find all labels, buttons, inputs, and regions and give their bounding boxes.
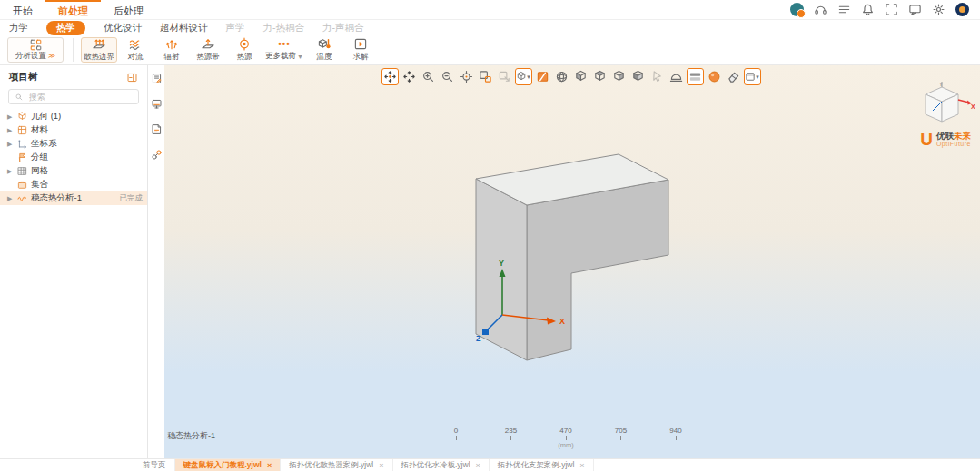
viewport-tool-button[interactable] [534,68,551,85]
zoom-in-icon [421,70,435,83]
ribbon-category[interactable]: 力学 [9,22,28,34]
user-avatar-icon[interactable] [790,3,804,16]
ribbon-tool-button[interactable]: 温度 [306,37,342,63]
search-input[interactable] [27,92,133,103]
view-front-icon [574,70,588,83]
expander-arrow-icon[interactable]: ▶ [7,127,14,134]
document-tab[interactable]: 前导页 [134,459,175,471]
app-avatar-icon[interactable] [955,3,969,16]
temperature-tool-icon [317,37,332,51]
expander-arrow-icon[interactable]: ▶ [7,141,14,148]
analysis-settings-label: 分析设置 [15,51,46,62]
search-icon [15,93,24,102]
orbit-icon [383,70,397,83]
expander-arrow-icon[interactable]: ▶ [7,113,14,121]
convection-icon [128,37,143,51]
tree-item[interactable]: ▶ 坐标系 [0,137,147,151]
tree-item[interactable]: ▶ 材料 [0,123,147,137]
ribbon-tool-button[interactable]: ••• 更多载荷▼ [262,37,306,63]
viewport-tool-button[interactable] [381,68,399,85]
ribbon-tool-button[interactable]: 散热边界 [81,37,117,63]
tree-item[interactable]: ▶ 分组 [0,151,147,164]
viewport-tool-button[interactable] [496,68,513,85]
viewport-tool-button[interactable] [553,68,570,85]
tree-item[interactable]: ▶ 稳态热分析-1 已完成 [0,191,147,205]
close-icon[interactable]: × [476,461,480,470]
heat-boundary-icon [92,37,106,51]
viewport-3d[interactable]: Y X Z [164,65,980,458]
viewport-tool-button[interactable] [439,68,456,85]
viewport-tool-button[interactable] [648,68,666,85]
viewport-tool-button[interactable] [591,68,609,85]
ribbon-category[interactable]: 力-热耦合 [263,22,305,34]
ribbon-tool-label: 热源带 [196,52,220,63]
expander-arrow-icon[interactable]: ▶ [7,195,14,202]
viewport-tool-button[interactable] [572,68,589,85]
display-panel-icon[interactable] [151,98,163,110]
titlebar-tab[interactable]: 前处理 [45,0,101,19]
ribbon-category[interactable]: 超材料设计 [160,22,208,34]
ribbon-tool-button[interactable]: 热源 [226,37,262,63]
notifications-bell-icon[interactable] [861,3,875,16]
model-geometry[interactable]: Y X Z [164,65,980,458]
viewport-tool-button[interactable] [706,68,723,85]
svg-text:Y: Y [939,82,943,87]
close-icon[interactable]: × [267,461,272,470]
expander-arrow-icon[interactable]: ▶ [7,168,14,175]
link-tools-icon[interactable] [151,149,163,161]
project-tree-panel: 项目树 ▶ 几何 (1) ▶ 材料 [0,65,148,458]
ruler-tick: 235 [502,427,520,440]
scale-ruler: 0 235 470 705 [447,427,685,449]
titlebar-tab[interactable]: 开始 [0,0,45,19]
ribbon-category[interactable]: 热学 [46,21,85,35]
titlebar-tab[interactable]: 后处理 [101,0,156,19]
settings-gear-icon[interactable] [932,3,945,16]
viewport-tool-button[interactable] [687,68,704,85]
viewport-tool-button[interactable] [420,68,437,85]
annotation-icon[interactable] [151,73,163,84]
viewport-tool-button[interactable] [401,68,418,85]
document-tab[interactable]: 拓扑优化水冷板.yjwl × [393,459,490,471]
ribbon-tool-button[interactable]: 辐射 [153,37,190,63]
report-notes-icon[interactable] [151,123,163,135]
viewport-tool-button[interactable] [668,68,685,85]
ribbon-category[interactable]: 优化设计 [104,22,142,34]
view-cube[interactable]: X Y [915,82,975,132]
tree-item-label: 几何 (1) [31,111,61,123]
support-headset-icon[interactable] [814,3,827,16]
radiation-icon [164,37,179,51]
viewport-tool-button[interactable] [629,68,647,85]
close-icon[interactable]: × [579,461,584,470]
ribbon-category[interactable]: 声学 [226,22,245,34]
viewport-tool-button[interactable] [458,68,475,85]
document-tab[interactable]: 拓扑优化支架案例.yjwl × [490,459,594,471]
toolbar-separator [73,38,74,62]
fullscreen-icon[interactable] [885,3,898,16]
document-tab[interactable]: 拓扑优化散热器案例.yjwl × [281,459,392,471]
document-tab[interactable]: 键盘鼠标入门教程.yjwl × [175,459,282,471]
viewport-tool-button[interactable] [610,68,628,85]
ribbon-tool-button[interactable]: 对流 [117,37,153,63]
feedback-chat-icon[interactable] [908,3,922,16]
ribbon-tool-label: 更多载荷 [265,51,296,62]
analysis-settings-button[interactable]: 分析设置≫ [7,37,64,63]
panel-collapse-icon[interactable] [126,72,138,83]
ribbon-tool-button[interactable]: 热源带 [190,37,226,63]
tree-item[interactable]: ▶ 几何 (1) [0,110,147,123]
document-tab-label: 前导页 [143,460,166,471]
viewport-tool-button[interactable] [477,68,494,85]
close-icon[interactable]: × [379,461,383,470]
tree-item[interactable]: ▶ 集合 [0,178,147,191]
viewport-tool-button[interactable]: ▼ [515,68,532,85]
zoom-window-icon [479,70,492,83]
ribbon-tool-button[interactable]: 求解 [342,37,379,63]
chevron-down-icon: ▼ [755,74,760,80]
viewport-tool-button[interactable]: ▼ [744,68,761,85]
tree-item[interactable]: ▶ 网格 [0,164,147,178]
viewport-tool-button[interactable] [725,68,742,85]
view-previous-icon [498,70,511,83]
ribbon-tool-label: 散热边界 [84,52,114,63]
tree-item-status: 已完成 [120,193,144,204]
task-list-icon[interactable] [837,3,851,16]
ribbon-category[interactable]: 力-声耦合 [322,22,364,34]
